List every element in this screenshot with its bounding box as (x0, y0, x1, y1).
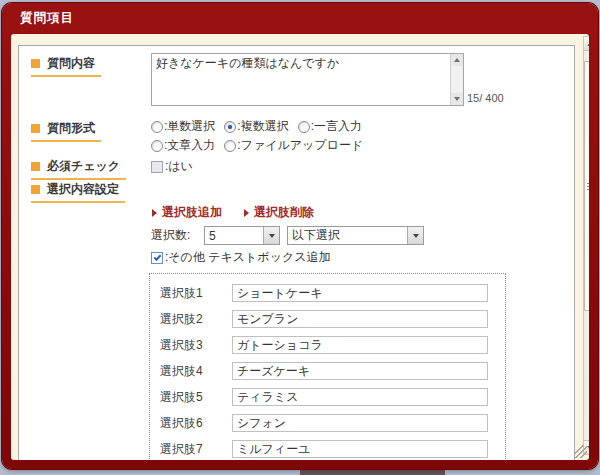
background-bar (300, 468, 445, 475)
radio-label: :文章入力 (164, 137, 215, 154)
choice-count-label: 選択数: (151, 227, 204, 244)
choice-input[interactable] (232, 440, 488, 458)
choice-links-row: 選択肢追加 選択肢削除 (152, 204, 314, 221)
question-content-label: 質問内容 (31, 55, 101, 77)
checkbox-label: :その他 テキストボックス追加 (165, 249, 330, 266)
arrow-down-icon (587, 446, 589, 450)
arrow-up-icon (587, 42, 589, 46)
link-text: 選択肢追加 (162, 204, 222, 221)
checkbox-icon[interactable] (151, 161, 163, 173)
radio-option-fileupload[interactable]: :ファイルアップロード (224, 137, 363, 154)
choice-row: 選択肢6 (150, 410, 505, 436)
choice-count-select[interactable]: 5 (204, 226, 280, 245)
radio-icon[interactable] (224, 140, 236, 152)
radio-label: :複数選択 (237, 118, 288, 135)
select-value: 5 (205, 229, 263, 243)
dialog-title: 質問項目 (2, 10, 74, 27)
scroll-up-button[interactable] (584, 37, 589, 51)
label-text: 選択内容設定 (47, 181, 119, 198)
other-textbox-row[interactable]: :その他 テキストボックス追加 (151, 249, 330, 266)
arrow-right-icon (152, 209, 157, 217)
label-text: 質問形式 (47, 120, 95, 137)
label-text: 質問内容 (47, 55, 95, 72)
choice-label: 選択肢4 (160, 363, 232, 380)
arrow-right-icon (244, 209, 249, 217)
choice-label: 選択肢1 (160, 285, 232, 302)
radio-icon[interactable] (151, 121, 163, 133)
choice-row: 選択肢4 (150, 358, 505, 384)
radio-label: :一言入力 (311, 118, 362, 135)
choice-input[interactable] (232, 414, 488, 432)
radio-option-oneword[interactable]: :一言入力 (298, 118, 362, 135)
checkbox-label: :はい (165, 158, 193, 175)
radio-dot-icon (228, 125, 232, 129)
dialog-titlebar[interactable]: 質問項目 (2, 3, 598, 33)
orange-square-icon (31, 185, 40, 194)
dropdown-button[interactable] (407, 227, 423, 244)
delete-choice-link[interactable]: 選択肢削除 (244, 204, 314, 221)
choice-label: 選択肢7 (160, 441, 232, 458)
radio-option-multiple[interactable]: :複数選択 (224, 118, 288, 135)
choice-input[interactable] (232, 362, 488, 380)
chevron-down-icon (413, 234, 419, 238)
choice-row: 選択肢2 (150, 306, 505, 332)
radio-option-single[interactable]: :単数選択 (151, 118, 215, 135)
dialog-body: 質問内容 好きなケーキの種類はなんですか 15/ 400 質問形式 :単数選択 (11, 34, 589, 460)
textarea-scrollbar[interactable] (450, 54, 463, 105)
arrow-down-icon (454, 97, 460, 101)
orange-square-icon (31, 162, 40, 171)
radio-label: :ファイルアップロード (237, 137, 363, 154)
char-count: 15/ 400 (467, 92, 504, 104)
choice-row: 選択肢3 (150, 332, 505, 358)
question-content-value: 好きなケーキの種類はなんですか (156, 56, 447, 71)
choice-row: 選択肢5 (150, 384, 505, 410)
radio-label: :単数選択 (164, 118, 215, 135)
dropdown-button[interactable] (263, 227, 279, 244)
choice-label: 選択肢3 (160, 337, 232, 354)
choice-input[interactable] (232, 284, 488, 302)
choice-label: 選択肢2 (160, 311, 232, 328)
arrow-up-icon (454, 58, 460, 62)
scroll-down-button[interactable] (451, 93, 463, 105)
choice-input[interactable] (232, 336, 488, 354)
choice-label: 選択肢5 (160, 389, 232, 406)
question-format-label: 質問形式 (31, 120, 101, 142)
choice-label: 選択肢6 (160, 415, 232, 432)
grip-icon (587, 183, 590, 190)
choice-input[interactable] (232, 310, 488, 328)
choice-settings-label: 選択内容設定 (31, 181, 125, 203)
dialog-scrollbar[interactable] (583, 36, 589, 455)
resize-grip-icon[interactable] (574, 445, 587, 458)
radio-icon-checked[interactable] (224, 121, 236, 133)
choice-mode-select[interactable]: 以下選択 (287, 226, 424, 245)
radio-icon[interactable] (151, 140, 163, 152)
radio-option-text[interactable]: :文章入力 (151, 137, 215, 154)
scroll-up-button[interactable] (451, 54, 463, 66)
radio-icon[interactable] (298, 121, 310, 133)
check-icon (154, 253, 162, 261)
form-panel: 質問内容 好きなケーキの種類はなんですか 15/ 400 質問形式 :単数選択 (18, 45, 575, 460)
question-item-dialog: 質問項目 質問内容 好きなケーキの種類はなんですか 15/ 400 質問形式 (2, 3, 598, 469)
required-checkbox-row[interactable]: :はい (151, 158, 193, 175)
select-value: 以下選択 (288, 227, 407, 244)
chevron-down-icon (269, 234, 275, 238)
add-choice-link[interactable]: 選択肢追加 (152, 204, 222, 221)
format-radio-row-1: :単数選択 :複数選択 :一言入力 (151, 118, 362, 135)
required-check-label: 必須チェック (31, 158, 126, 180)
label-text: 必須チェック (47, 158, 120, 175)
choice-input[interactable] (232, 388, 488, 406)
orange-square-icon (31, 124, 40, 133)
orange-square-icon (31, 59, 40, 68)
link-text: 選択肢削除 (254, 204, 314, 221)
choice-row: 選択肢7 (150, 436, 505, 460)
scrollbar-thumb[interactable] (584, 61, 589, 311)
choices-box: 選択肢1 選択肢2 選択肢3 選択肢4 選択肢5 (149, 273, 506, 460)
format-radio-row-2: :文章入力 :ファイルアップロード (151, 137, 363, 154)
choice-count-row: 選択数: 5 以下選択 (151, 226, 424, 245)
checkbox-icon-checked[interactable] (151, 252, 163, 264)
question-content-textarea[interactable]: 好きなケーキの種類はなんですか (151, 53, 464, 106)
choice-row: 選択肢1 (150, 280, 505, 306)
